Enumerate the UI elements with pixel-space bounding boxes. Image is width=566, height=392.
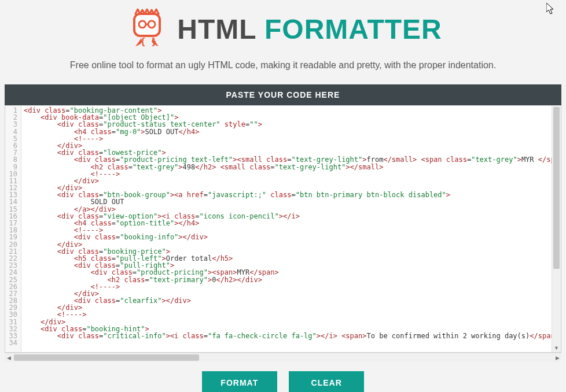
page-header: { } HTML FORMATTER Free online tool to f… xyxy=(0,0,566,84)
mascot-icon: { } xyxy=(124,8,170,50)
code-area[interactable]: <div class="booking-bar-content"> <div b… xyxy=(21,106,552,352)
brand-title: HTML FORMATTER xyxy=(177,13,442,45)
panel-title: PASTE YOUR CODE HERE xyxy=(5,84,561,105)
clear-button[interactable]: CLEAR xyxy=(289,371,364,392)
scroll-down-icon[interactable]: ▼ xyxy=(552,344,561,352)
code-editor[interactable]: 1234567891011121314151617181920212223242… xyxy=(5,105,561,353)
editor-panel: PASTE YOUR CODE HERE 1234567891011121314… xyxy=(5,84,561,353)
svg-text:{ }: { } xyxy=(140,36,157,47)
tagline: Free online tool to format an ugly HTML … xyxy=(0,60,566,71)
horizontal-scroll-thumb[interactable] xyxy=(14,354,199,361)
brand-part2: FORMATTER xyxy=(264,14,442,45)
scroll-right-icon[interactable]: ▶ xyxy=(553,353,561,362)
vertical-scrollbar[interactable]: ▲ ▼ xyxy=(552,106,561,352)
format-button[interactable]: FORMAT xyxy=(202,371,277,392)
logo: { } HTML FORMATTER xyxy=(124,8,442,50)
horizontal-scrollbar[interactable]: ◀ ▶ xyxy=(5,353,561,362)
brand-part1: HTML xyxy=(177,14,256,45)
vertical-scroll-thumb[interactable] xyxy=(553,107,560,269)
button-row: FORMAT CLEAR xyxy=(0,362,566,392)
scroll-left-icon[interactable]: ◀ xyxy=(5,353,13,362)
line-gutter: 1234567891011121314151617181920212223242… xyxy=(5,106,21,352)
